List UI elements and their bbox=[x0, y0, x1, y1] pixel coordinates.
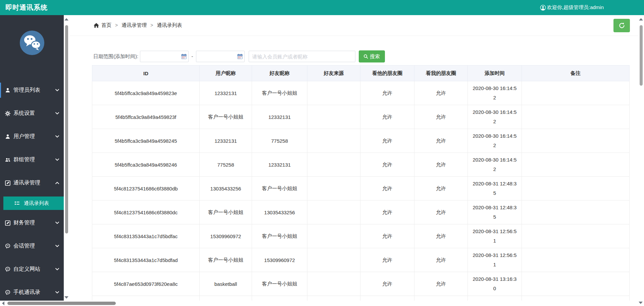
table-cell bbox=[522, 81, 630, 105]
refresh-button[interactable] bbox=[613, 19, 630, 32]
chevron-down-icon bbox=[55, 291, 59, 294]
chevron-down-icon bbox=[55, 245, 59, 247]
table-cell: 允许 bbox=[360, 248, 414, 272]
search-button[interactable]: 搜索 bbox=[359, 50, 385, 62]
breadcrumb-bar: 首页>通讯录管理>通讯录列表 bbox=[69, 15, 638, 36]
scroll-left-arrow-icon[interactable] bbox=[2, 301, 4, 305]
table-cell bbox=[307, 248, 360, 272]
breadcrumb-item-2[interactable]: 通讯录列表 bbox=[157, 22, 182, 28]
page-scrollbar-thumb[interactable] bbox=[640, 25, 643, 86]
user-icon bbox=[5, 134, 10, 139]
sidebar-item-7[interactable]: 自定义网站 bbox=[0, 262, 64, 277]
wechat-logo-icon bbox=[19, 30, 45, 56]
table-cell: 允许 bbox=[360, 201, 414, 224]
calendar-icon[interactable] bbox=[237, 54, 243, 59]
table-cell bbox=[307, 272, 360, 296]
sidebar-item-3[interactable]: 群组管理 bbox=[0, 152, 64, 167]
sidebar-item-label: 系统设置 bbox=[13, 110, 55, 117]
table-row: 5f4b5ffca3c9a849a459823e12332131客户一号小姐姐允… bbox=[92, 81, 630, 105]
edit-icon bbox=[5, 180, 10, 186]
table-cell bbox=[307, 177, 360, 201]
sidebar-scrollbar-thumb[interactable] bbox=[65, 25, 68, 233]
sidebar-menu: 管理员列表系统设置用户管理群组管理通讯录管理通讯录列表财务管理会话管理自定义网站… bbox=[0, 56, 64, 300]
chevron-down-icon bbox=[55, 89, 59, 91]
table-cell: 客户一号小姐姐 bbox=[252, 177, 307, 201]
table-cell: 允许 bbox=[414, 201, 468, 224]
table-cell bbox=[522, 177, 630, 201]
table-cell: 12332131 bbox=[200, 129, 252, 153]
sidebar-item-2[interactable]: 用户管理 bbox=[0, 129, 64, 144]
menu-scroll-indicator bbox=[0, 83, 1, 98]
scroll-up-arrow-icon[interactable] bbox=[64, 18, 68, 20]
magnifier-icon bbox=[363, 54, 368, 59]
scroll-up-arrow-icon[interactable] bbox=[639, 18, 643, 20]
breadcrumb-separator: > bbox=[115, 23, 118, 28]
chevron-down-icon bbox=[55, 222, 59, 224]
table-cell: 客户一号小姐姐 bbox=[252, 272, 307, 296]
table-cell: 5f4c87ae653d0973f620ea8c bbox=[92, 272, 200, 296]
chevron-up-icon bbox=[55, 182, 59, 184]
sidebar: 管理员列表系统设置用户管理群组管理通讯录管理通讯录列表财务管理会话管理自定义网站… bbox=[0, 15, 64, 306]
table-cell: 12332131 bbox=[200, 81, 252, 105]
user-circle-icon bbox=[540, 5, 546, 11]
chevron-down-icon bbox=[55, 268, 59, 270]
search-row: 日期范围(添加时间): - 搜索 bbox=[93, 50, 638, 62]
table-header: ID用户昵称好友昵称好友来源看他的朋友圈看我的朋友圈添加时间备注 bbox=[92, 65, 630, 81]
table-cell: 2020-08-31 12:48:35 bbox=[468, 177, 522, 201]
chat-icon bbox=[5, 267, 10, 272]
edit-icon bbox=[5, 220, 10, 226]
table-cell bbox=[307, 129, 360, 153]
table-cell: 5f4b5ffca3c9a849a459823e bbox=[92, 81, 200, 105]
sidebar-subitem-4-0[interactable]: 通讯录列表 bbox=[3, 196, 64, 210]
sidebar-item-5[interactable]: 财务管理 bbox=[0, 215, 64, 230]
chevron-down-icon bbox=[55, 135, 59, 138]
table-cell bbox=[522, 248, 630, 272]
scroll-down-arrow-icon[interactable] bbox=[64, 296, 68, 299]
table-cell: 允许 bbox=[360, 105, 414, 129]
date-from-field[interactable] bbox=[140, 51, 189, 62]
sidebar-item-label: 财务管理 bbox=[13, 219, 55, 226]
horizontal-scrollbar-thumb[interactable] bbox=[7, 302, 116, 305]
sidebar-item-8[interactable]: 手机通讯录 bbox=[0, 285, 64, 300]
table-body: 5f4b5ffca3c9a849a459823e12332131客户一号小姐姐允… bbox=[92, 81, 630, 306]
sidebar-item-4[interactable]: 通讯录管理 bbox=[0, 175, 64, 190]
page-scrollbar[interactable] bbox=[638, 15, 644, 306]
keyword-search-input[interactable] bbox=[249, 51, 355, 62]
table-cell bbox=[522, 129, 630, 153]
table-row: 5f4c81237541686c6f3880db13035433256客户一号小… bbox=[92, 177, 630, 201]
table-cell bbox=[307, 224, 360, 248]
column-header: 备注 bbox=[522, 65, 630, 81]
refresh-icon bbox=[618, 22, 625, 29]
table-cell: 12332131 bbox=[252, 153, 307, 177]
calendar-icon[interactable] bbox=[181, 54, 187, 59]
table-cell: 2020-08-30 16:14:52 bbox=[468, 105, 522, 129]
table-cell: 2020-08-31 12:56:51 bbox=[468, 224, 522, 248]
date-to-field[interactable] bbox=[196, 51, 245, 62]
table-cell: 允许 bbox=[414, 81, 468, 105]
breadcrumb-item-0[interactable]: 首页 bbox=[101, 22, 111, 28]
sidebar-item-0[interactable]: 管理员列表 bbox=[0, 83, 64, 98]
column-header: 用户昵称 bbox=[200, 65, 252, 81]
horizontal-scrollbar[interactable] bbox=[0, 301, 644, 306]
home-icon bbox=[94, 23, 99, 28]
table-cell: 5f4c831353443a1c7d5bdfac bbox=[92, 224, 200, 248]
sidebar-item-1[interactable]: 系统设置 bbox=[0, 106, 64, 121]
table-cell: 允许 bbox=[414, 272, 468, 296]
breadcrumb-item-1[interactable]: 通讯录管理 bbox=[121, 22, 147, 28]
table-cell: 客户一号小姐姐 bbox=[200, 248, 252, 272]
table-cell: 允许 bbox=[414, 105, 468, 129]
sidebar-item-label: 自定义网站 bbox=[13, 266, 55, 273]
table-cell: 2020-08-30 16:14:52 bbox=[468, 129, 522, 153]
sidebar-item-label: 管理员列表 bbox=[13, 87, 55, 94]
sidebar-item-6[interactable]: 会话管理 bbox=[0, 238, 64, 254]
scroll-down-arrow-icon[interactable] bbox=[639, 302, 643, 304]
table-cell: 5f4b5ffca3c9a849a4598245 bbox=[92, 129, 200, 153]
table-cell: 允许 bbox=[360, 177, 414, 201]
table-cell bbox=[522, 272, 630, 296]
table-cell: 客户一号小姐姐 bbox=[252, 81, 307, 105]
table-cell bbox=[522, 224, 630, 248]
table-cell bbox=[522, 153, 630, 177]
table-cell bbox=[307, 201, 360, 224]
welcome-area: 欢迎你,超级管理员:admin bbox=[540, 4, 644, 11]
sidebar-scrollbar[interactable] bbox=[64, 15, 69, 306]
